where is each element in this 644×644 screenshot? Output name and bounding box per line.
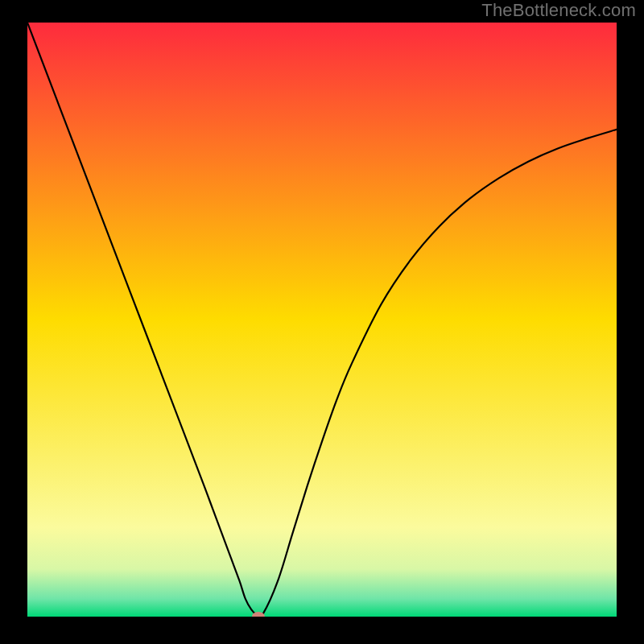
watermark-text: TheBottleneck.com bbox=[481, 0, 636, 21]
gradient-background bbox=[27, 23, 617, 617]
chart-plot-area bbox=[27, 23, 617, 617]
chart-frame: TheBottleneck.com bbox=[0, 0, 644, 644]
chart-svg bbox=[27, 23, 617, 617]
